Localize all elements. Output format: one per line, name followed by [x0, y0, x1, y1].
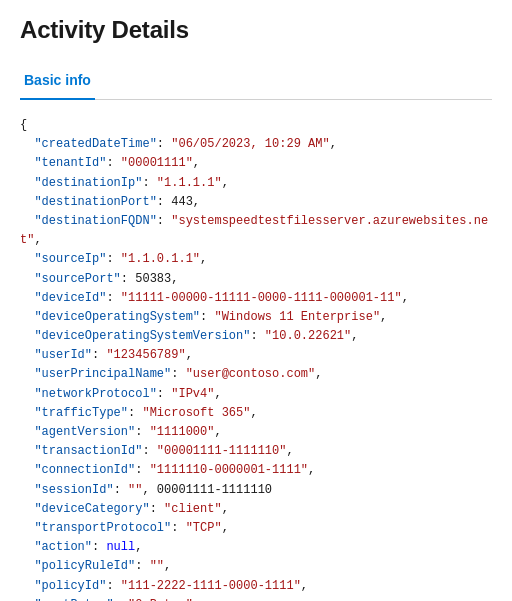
- page-title: Activity Details: [20, 16, 492, 44]
- tab-basic-info[interactable]: Basic info: [20, 64, 95, 100]
- tab-bar: Basic info: [20, 64, 492, 100]
- json-content: { "createdDateTime": "06/05/2023, 10:29 …: [20, 116, 492, 601]
- main-container: Activity Details Basic info { "createdDa…: [0, 0, 512, 601]
